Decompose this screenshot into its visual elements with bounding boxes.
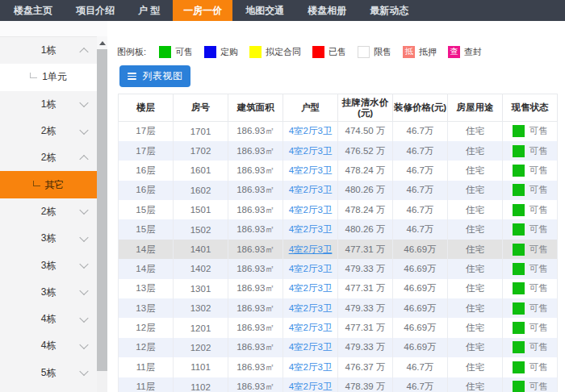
cell-floor: 11层	[119, 377, 174, 392]
layout-link[interactable]: 4室2厅3卫	[289, 323, 333, 332]
nav-item-7[interactable]: 最新动态	[359, 0, 419, 21]
cell-floor: 12层	[119, 338, 174, 357]
sidebar-item-1[interactable]: 1栋	[0, 37, 97, 64]
cell-status: 可售	[503, 141, 558, 161]
cell-floor: 13层	[119, 279, 174, 298]
status-label: 可售	[529, 362, 548, 372]
table-row-1301[interactable]: 13层1301186.93㎡4室2厅3卫477.31 万46.69万住宅可售	[119, 279, 558, 298]
list-view-button[interactable]: 列表视图	[119, 65, 190, 87]
nav-item-6[interactable]: 楼盘相册	[297, 0, 357, 21]
cell-layout: 4室2厅3卫	[283, 318, 338, 337]
nav-item-2[interactable]: 项目介绍	[65, 0, 125, 21]
table-row-1202[interactable]: 12层1202186.93㎡4室2厅3卫479.33 万46.69万住宅可售	[119, 338, 558, 357]
table-row-1201[interactable]: 12层1201186.93㎡4室2厅3卫477.31 万46.69万住宅可售	[119, 318, 558, 337]
cell-usage: 住宅	[448, 181, 503, 200]
chevron-down-icon	[79, 313, 88, 322]
sidebar-item-12[interactable]: 4栋	[0, 332, 97, 359]
table-row-1102[interactable]: 11层1102186.93㎡4室2厅3卫478.39 万46.7万住宅可售	[119, 377, 558, 392]
cell-area: 186.93㎡	[228, 259, 283, 278]
cell-area: 186.93㎡	[228, 200, 283, 219]
cell-layout: 4室2厅3卫	[283, 141, 338, 161]
layout-link[interactable]: 4室2厅3卫	[289, 283, 333, 293]
table-row-1701[interactable]: 17层1701186.93㎡4室2厅3卫474.50 万46.7万住宅可售	[119, 122, 558, 141]
sidebar-item-label: 其它	[45, 178, 65, 192]
table-row-1402[interactable]: 14层1402186.93㎡4室2厅3卫479.33 万46.69万住宅可售	[119, 259, 558, 278]
layout-link[interactable]: 4室2厅3卫	[289, 205, 333, 215]
price-table-header: 楼层房号建筑面积户型挂牌清水价(元)装修价格(元)房屋用途现售状态	[119, 94, 558, 122]
table-row-1602[interactable]: 16层1602186.93㎡4室2厅3卫480.26 万46.7万住宅可售	[119, 181, 558, 200]
sidebar-item-label: 2栋	[41, 124, 56, 138]
sidebar-item-3[interactable]: 1栋	[0, 91, 97, 118]
table-row-1601[interactable]: 16层1601186.93㎡4室2厅3卫478.24 万46.7万住宅可售	[119, 161, 558, 180]
sidebar-item-7[interactable]: 2栋	[0, 198, 97, 225]
cell-status: 可售	[503, 298, 558, 318]
layout-link[interactable]: 4室2厅3卫	[289, 165, 333, 175]
sidebar-item-11[interactable]: 4栋	[0, 306, 97, 332]
status-label: 可售	[529, 382, 548, 391]
sidebar-item-label: 5栋	[41, 366, 56, 380]
scrollbar-thumb[interactable]	[97, 49, 107, 371]
cell-area: 186.93㎡	[228, 122, 283, 141]
cell-decor: 46.69万	[393, 259, 448, 278]
cell-decor: 46.7万	[393, 377, 448, 392]
layout-link[interactable]: 4室2厅3卫	[289, 382, 333, 391]
legend-item-label: 定购	[220, 46, 238, 58]
cell-area: 186.93㎡	[228, 279, 283, 298]
nav-item-1[interactable]: 楼盘主页	[3, 0, 63, 21]
status-label: 可售	[529, 224, 548, 234]
cell-floor: 15层	[119, 219, 174, 239]
triangle-up-icon	[99, 41, 106, 45]
cell-decor: 46.69万	[393, 318, 448, 337]
layout-link[interactable]: 4室2厅3卫	[289, 146, 333, 156]
cell-area: 186.93㎡	[228, 181, 283, 200]
sidebar-scrollbar[interactable]	[97, 36, 107, 392]
status-label: 可售	[529, 146, 548, 156]
status-available-swatch	[513, 204, 525, 216]
chevron-down-icon	[79, 260, 88, 269]
cell-area: 186.93㎡	[228, 357, 283, 377]
cell-room: 1102	[174, 377, 228, 392]
table-row-1101[interactable]: 11层1101186.93㎡4室2厅3卫476.37 万46.7万住宅可售	[119, 357, 558, 377]
column-header-8: 现售状态	[503, 94, 558, 122]
sidebar-item-label: 4栋	[41, 339, 56, 352]
chevron-down-icon	[79, 125, 88, 134]
layout-link[interactable]: 4室2厅3卫	[289, 224, 333, 234]
cell-price: 476.52 万	[338, 141, 393, 161]
sidebar-item-4[interactable]: 2栋	[0, 118, 97, 144]
top-nav: 楼盘主页项目介绍户 型一房一价地图交通楼盘相册最新动态	[0, 0, 565, 21]
cell-usage: 住宅	[448, 279, 503, 298]
cell-price: 477.31 万	[338, 279, 393, 298]
scrollbar-up-button[interactable]	[97, 36, 107, 49]
sidebar-item-8[interactable]: 3栋	[0, 225, 97, 252]
status-label: 可售	[529, 126, 548, 136]
layout-link[interactable]: 4室2厅3卫	[289, 303, 333, 313]
status-available-swatch	[513, 125, 525, 137]
sidebar-item-5[interactable]: 2栋	[0, 144, 97, 171]
layout-link[interactable]: 4室2厅3卫	[289, 264, 333, 273]
table-row-1302[interactable]: 13层1302186.93㎡4室2厅3卫479.33 万46.69万住宅可售	[119, 298, 558, 318]
cell-usage: 住宅	[448, 200, 503, 219]
sidebar-item-10[interactable]: 3栋	[0, 279, 97, 306]
sidebar-item-9[interactable]: 3栋	[0, 252, 97, 278]
table-row-1702[interactable]: 17层1702186.93㎡4室2厅3卫476.52 万46.7万住宅可售	[119, 141, 558, 161]
table-row-1401[interactable]: 14层1401186.93㎡4室2厅3卫477.31 万46.69万住宅可售	[119, 240, 558, 259]
sidebar-item-6[interactable]: 其它	[0, 171, 97, 198]
table-row-1502[interactable]: 15层1502186.93㎡4室2厅3卫480.26 万46.7万住宅可售	[119, 219, 558, 239]
sidebar-item-13[interactable]: 5栋	[0, 360, 97, 386]
legend-swatch	[159, 46, 171, 58]
page: 楼盘主页项目介绍户 型一房一价地图交通楼盘相册最新动态 1栋1单元1栋2栋2栋其…	[0, 0, 565, 392]
nav-item-4[interactable]: 一房一价	[173, 0, 232, 21]
layout-link[interactable]: 4室2厅3卫	[289, 244, 333, 254]
layout-link[interactable]: 4室2厅3卫	[289, 342, 333, 352]
nav-item-3[interactable]: 户 型	[128, 0, 170, 21]
table-row-1501[interactable]: 15层1501186.93㎡4室2厅3卫478.24 万46.7万住宅可售	[119, 200, 558, 219]
layout-link[interactable]: 4室2厅3卫	[289, 185, 333, 194]
nav-item-5[interactable]: 地图交通	[235, 0, 295, 21]
chevron-down-icon	[79, 98, 88, 107]
sidebar-item-label: 1栋	[41, 44, 56, 57]
layout-link[interactable]: 4室2厅3卫	[289, 362, 333, 372]
layout-link[interactable]: 4室2厅3卫	[289, 126, 333, 136]
cell-floor: 17层	[119, 122, 174, 141]
sidebar-item-2[interactable]: 1单元	[0, 64, 97, 90]
cell-floor: 17层	[119, 141, 174, 161]
